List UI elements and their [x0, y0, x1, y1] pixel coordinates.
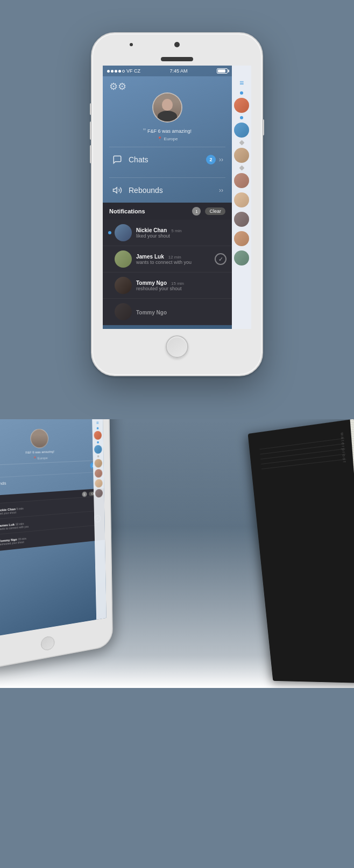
notifications-header: Notifications 1 Clear: [103, 203, 232, 220]
side-avatar-2[interactable]: [234, 123, 249, 138]
notif-avatar-image-0: [115, 224, 132, 241]
side-indicator-1: [240, 91, 243, 95]
side-avatar-8[interactable]: [234, 250, 249, 266]
notif-action-0: liked your shout: [136, 233, 226, 239]
avatar-body: [158, 111, 177, 121]
side-avatar-3[interactable]: [234, 148, 249, 163]
clear-notifications-button[interactable]: Clear: [205, 207, 225, 215]
side-avatar-image-7: [234, 231, 249, 246]
side-indicator-4: [239, 166, 244, 171]
notif-avatar-3: [115, 303, 132, 320]
settings-icon[interactable]: ⚙: [109, 81, 126, 92]
phone-mockup-1: VF CZ 7:45 AM ⚙: [91, 32, 263, 376]
profile-location: 📍 Europe: [157, 137, 178, 141]
phone-body: VF CZ 7:45 AM ⚙: [91, 32, 263, 376]
angled-rebounds-row: Rebounds ›: [0, 475, 99, 487]
notif-time-2: 15 min: [171, 281, 184, 286]
side-avatar-image-4: [234, 173, 249, 188]
angled-dot-1: [97, 427, 99, 429]
angled-dot-2: [97, 441, 99, 443]
side-avatar-5[interactable]: [234, 192, 249, 207]
screen-main: VF CZ 7:45 AM ⚙: [103, 66, 232, 329]
connect-check-button[interactable]: ✓: [215, 253, 226, 265]
signal-dot-2: [111, 70, 114, 73]
signal-dot-5: [122, 70, 125, 73]
front-camera: [174, 42, 180, 47]
angled-side-av-img-5: [95, 479, 103, 487]
new-notification-dot: [108, 231, 111, 234]
phone-top-bar: [92, 33, 262, 66]
angled-side-av-img-2: [94, 445, 102, 454]
quote-text: F&F 6 was amazing!: [147, 128, 192, 134]
angled-side-av-5: [95, 479, 103, 487]
notification-item-0[interactable]: Nickie Chan 5 min liked your shout: [103, 220, 232, 246]
angled-dot-3: [97, 455, 100, 457]
chats-badge: 2: [206, 155, 216, 164]
notif-avatar-image-3: [115, 303, 132, 320]
mute-button: [90, 103, 92, 115]
status-bar: VF CZ 7:45 AM: [103, 66, 232, 76]
notif-content-0: Nickie Chan 5 min liked your shout: [136, 227, 226, 239]
side-avatar-7[interactable]: [234, 231, 249, 246]
angled-side-av-img-1: [94, 431, 102, 440]
angled-side-av-img-4: [95, 469, 103, 477]
angled-side-av-img-6: [95, 489, 103, 498]
volume-up-button: [90, 121, 92, 140]
phone-screen: VF CZ 7:45 AM ⚙: [103, 66, 251, 329]
rebounds-label: Rebounds: [129, 186, 219, 195]
notif-dot-1: [108, 257, 111, 261]
notification-item-1[interactable]: James Luk 12 min wants to connect with y…: [103, 246, 232, 272]
side-avatar-6[interactable]: [234, 212, 249, 227]
side-panel: ≡: [232, 66, 251, 329]
angled-rebounds-label: Rebounds: [0, 480, 6, 487]
notification-item-3: Tommy Ngo: [103, 299, 232, 325]
notif-time-1: 12 min: [168, 255, 181, 260]
profile-quote: " F&F 6 was amazing!: [143, 127, 192, 135]
avatar-image: [153, 94, 181, 121]
angled-phone-mockup: VF CZ 7:45 AM ▮▮▮ ⚙ F&F 6 was amazing! 📍…: [0, 419, 113, 671]
nb-line-2: [260, 443, 345, 455]
notif-name-0: Nickie Chan: [136, 227, 167, 233]
nb-line-1: [259, 438, 344, 449]
rebounds-menu-item[interactable]: Rebounds ›: [103, 178, 232, 203]
hamburger-menu-icon[interactable]: ≡: [237, 76, 246, 89]
notification-item-2[interactable]: Tommy Ngo 15 min reshouted your shout: [103, 272, 232, 299]
angled-side-av-img-3: [94, 459, 102, 468]
angled-side-av-1: [94, 431, 102, 440]
signal-dots: [107, 70, 125, 73]
chats-menu-item[interactable]: Chats 2 ›: [103, 147, 232, 172]
avatar[interactable]: [152, 92, 182, 123]
side-avatar-image-5: [234, 192, 249, 207]
angled-phone-section: waterproof VF CZ 7:45 AM ▮▮▮ ⚙ F&F 6 was…: [0, 419, 354, 688]
notif-avatar-0: [115, 224, 132, 241]
side-avatar-image-2: [234, 123, 249, 138]
notif-avatar-1: [115, 250, 132, 268]
angled-side-av-3: [94, 459, 102, 468]
side-avatar-1[interactable]: [234, 98, 249, 113]
angled-side-av-2: [94, 445, 102, 454]
angled-side-av-4: [95, 469, 103, 477]
home-button[interactable]: [166, 335, 188, 358]
chats-chevron-icon: ›: [219, 156, 223, 163]
angled-notif-content-2: Tommy Ngo 15 min reshouted your shout: [0, 529, 101, 546]
angled-location: 📍 Europe: [33, 456, 48, 460]
angled-screen: VF CZ 7:45 AM ▮▮▮ ⚙ F&F 6 was amazing! 📍…: [0, 419, 107, 639]
side-avatar-4[interactable]: [234, 173, 249, 188]
nb-line-4: [261, 454, 346, 464]
earpiece-speaker: [161, 57, 193, 61]
battery-fill: [218, 69, 225, 73]
angled-side-panel: ≡: [92, 419, 107, 620]
time-label: 7:45 AM: [169, 68, 187, 74]
rebounds-chevron-icon: ›: [219, 186, 223, 194]
notif-name-2: Tommy Ngo: [136, 280, 167, 286]
notifications-count-badge: 1: [192, 207, 201, 216]
carrier-label: VF CZ: [126, 68, 140, 74]
notif-action-1: wants to connect with you: [136, 260, 215, 265]
notif-dot-3: [108, 310, 111, 313]
volume-down-button: [90, 145, 92, 163]
side-avatar-image-8: [234, 250, 249, 266]
chat-icon: [111, 154, 123, 166]
angled-quote: F&F 6 was amazing!: [25, 450, 54, 454]
quote-mark-icon: ": [143, 127, 146, 135]
chats-label: Chats: [129, 155, 206, 164]
